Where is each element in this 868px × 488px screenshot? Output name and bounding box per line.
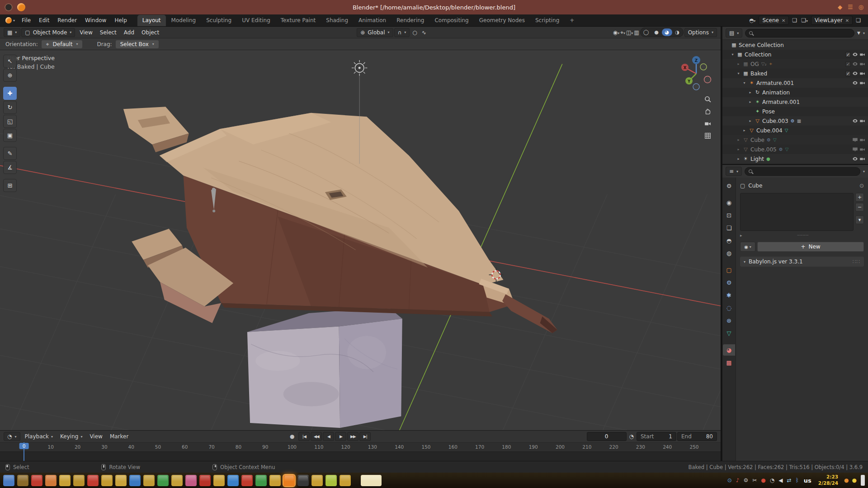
transport-button[interactable]: ▶▶: [347, 432, 359, 441]
outliner-row[interactable]: ▾ ▦ Collection ✓: [722, 50, 868, 59]
properties-tab[interactable]: ◉: [723, 197, 735, 208]
remove-slot-button[interactable]: −: [855, 203, 864, 211]
taskbar-app-icon[interactable]: [340, 475, 351, 486]
transport-button[interactable]: |◀: [298, 432, 310, 441]
outliner-row[interactable]: ▸ ☀ Light ● ✓: [722, 154, 868, 164]
taskbar-app-icon[interactable]: [17, 475, 28, 486]
properties-tab[interactable]: ⚙: [723, 277, 735, 288]
taskbar-app-icon[interactable]: [31, 475, 42, 486]
toggle-xray-button[interactable]: ▥: [634, 29, 639, 36]
viewport-menu-item[interactable]: View: [76, 28, 96, 37]
tool-button[interactable]: ✚: [3, 87, 17, 100]
disclosure-arrow-icon[interactable]: ▾: [742, 81, 747, 85]
taskbar-app-icon[interactable]: [269, 475, 281, 486]
shading-rendered-button[interactable]: ◑: [672, 28, 683, 36]
transport-button[interactable]: ▶|: [359, 432, 371, 441]
gizmo-x-negative[interactable]: [704, 76, 711, 83]
properties-tab[interactable]: ❏: [723, 222, 735, 234]
row-label[interactable]: Cube: [750, 137, 764, 143]
taskbar-app-icon[interactable]: [59, 475, 71, 486]
outliner-editor-type-button[interactable]: ▤▾: [726, 28, 742, 38]
transport-button[interactable]: ▶: [335, 432, 346, 441]
taskbar-app-icon[interactable]: [3, 475, 14, 486]
row-label[interactable]: Cube.005: [750, 146, 777, 153]
unlink-scene-icon[interactable]: ✕: [782, 18, 785, 23]
workspace-tab[interactable]: Sculpting: [201, 15, 236, 26]
exclude-checkbox[interactable]: ✓: [845, 61, 851, 67]
camera-visibility-icon[interactable]: [859, 52, 865, 57]
gizmo-y-negative[interactable]: [700, 64, 707, 70]
disclosure-arrow-icon[interactable]: ▸: [736, 157, 741, 161]
editor-type-button[interactable]: ▦▾: [4, 28, 20, 37]
new-viewlayer-icon[interactable]: ❏: [855, 17, 862, 23]
outliner-row[interactable]: ✦ Pose ✓: [722, 107, 868, 116]
hide-eye-icon[interactable]: [852, 80, 858, 86]
drag-dropdown[interactable]: Select Box▾: [116, 40, 159, 48]
auto-keying-button[interactable]: ●: [287, 433, 297, 440]
taskbar-app-icon[interactable]: [143, 475, 155, 486]
row-label[interactable]: Animation: [762, 89, 790, 96]
status-dot-icon[interactable]: ●: [844, 478, 849, 483]
viewport-menu-item[interactable]: Add: [120, 28, 138, 37]
taskbar-app-icon[interactable]: [87, 475, 99, 486]
menu-icon[interactable]: ☰: [848, 3, 853, 11]
zoom-icon[interactable]: [704, 95, 712, 103]
filter-icon[interactable]: ▼: [857, 31, 860, 35]
shading-solid-button[interactable]: ●: [651, 28, 662, 36]
workspace-tab[interactable]: UV Editing: [237, 15, 275, 26]
orientation-dropdown[interactable]: ⌖Default▾: [42, 40, 83, 48]
disclosure-arrow-icon[interactable]: ▸: [736, 147, 741, 151]
workspace-tab[interactable]: Texture Paint: [276, 15, 321, 26]
tray-icon[interactable]: ᛒ: [796, 478, 799, 483]
hide-eye-icon[interactable]: [852, 70, 858, 76]
outliner-row[interactable]: ▸ ▽ Cube.005 ⚙ ▽ ✓: [722, 145, 868, 154]
workspace-tab[interactable]: Geometry Nodes: [474, 15, 530, 26]
taskbar-app-icon[interactable]: [171, 475, 183, 486]
ortho-grid-icon[interactable]: [704, 132, 712, 140]
outliner-row[interactable]: ▦ Scene Collection ✓: [722, 40, 868, 50]
row-label[interactable]: Armature.001: [762, 99, 800, 105]
outliner-search-input[interactable]: [745, 29, 854, 38]
disclosure-arrow-icon[interactable]: ▾: [730, 52, 735, 56]
transport-button[interactable]: ◀: [323, 432, 334, 441]
workspace-tab[interactable]: Layout: [137, 15, 166, 26]
proportional-falloff-icon[interactable]: ∿: [420, 29, 428, 36]
disclosure-arrow-icon[interactable]: ▾: [736, 71, 741, 75]
timeline-ruler[interactable]: 0102030405060708090100110120130140150160…: [0, 442, 721, 451]
material-slot-list[interactable]: [740, 193, 854, 231]
tray-icon[interactable]: ◀: [778, 478, 783, 483]
tray-icon[interactable]: ●: [761, 478, 765, 483]
tool-button[interactable]: ◱: [3, 115, 17, 128]
properties-tab[interactable]: ▽: [723, 328, 735, 339]
taskbar-app-icon[interactable]: [45, 475, 57, 486]
gizmo-z-negative[interactable]: [693, 84, 699, 90]
blender-menu-button[interactable]: ▾: [3, 17, 18, 23]
properties-tab[interactable]: ◌: [723, 302, 735, 314]
hide-eye-icon[interactable]: [852, 156, 858, 162]
outliner-row[interactable]: ▸ ▽ Cube ⚙ ▽ ✓: [722, 135, 868, 145]
taskbar-app-icon[interactable]: [185, 475, 197, 486]
timeline-menu-item[interactable]: Playback▾: [21, 432, 57, 441]
exclude-checkbox[interactable]: ✓: [845, 52, 851, 57]
row-label[interactable]: Cube.004: [756, 127, 783, 134]
row-label[interactable]: Scene Collection: [739, 42, 784, 48]
outliner-row[interactable]: ▸ ↻ Animation ✓: [722, 88, 868, 97]
taskbar-app-icon[interactable]: [73, 475, 85, 486]
disclosure-arrow-icon[interactable]: ▸: [748, 100, 753, 104]
properties-tab[interactable]: ✱: [723, 290, 735, 301]
current-frame-field[interactable]: 0: [587, 432, 627, 441]
disclosure-arrow-icon[interactable]: ▸: [748, 119, 753, 123]
taskbar-app-icon[interactable]: [157, 475, 169, 486]
keyboard-layout-indicator[interactable]: us: [804, 477, 811, 484]
camera-visibility-icon[interactable]: [859, 137, 865, 143]
viewlayer-browse-icon[interactable]: ❏▾: [800, 17, 809, 23]
screen-visibility-icon[interactable]: [852, 137, 858, 143]
viewport-menu-item[interactable]: Object: [138, 28, 163, 37]
row-label[interactable]: Collection: [745, 52, 771, 58]
tool-button[interactable]: ✎: [3, 147, 17, 160]
mode-dropdown[interactable]: ▢Object Mode▾: [21, 28, 75, 37]
outliner-row[interactable]: ▾ ▦ Baked ✓: [722, 69, 868, 78]
shading-wireframe-button[interactable]: ◯: [641, 28, 651, 36]
properties-tab[interactable]: ⊛: [723, 315, 735, 326]
tool-button[interactable]: ↖: [3, 55, 17, 68]
